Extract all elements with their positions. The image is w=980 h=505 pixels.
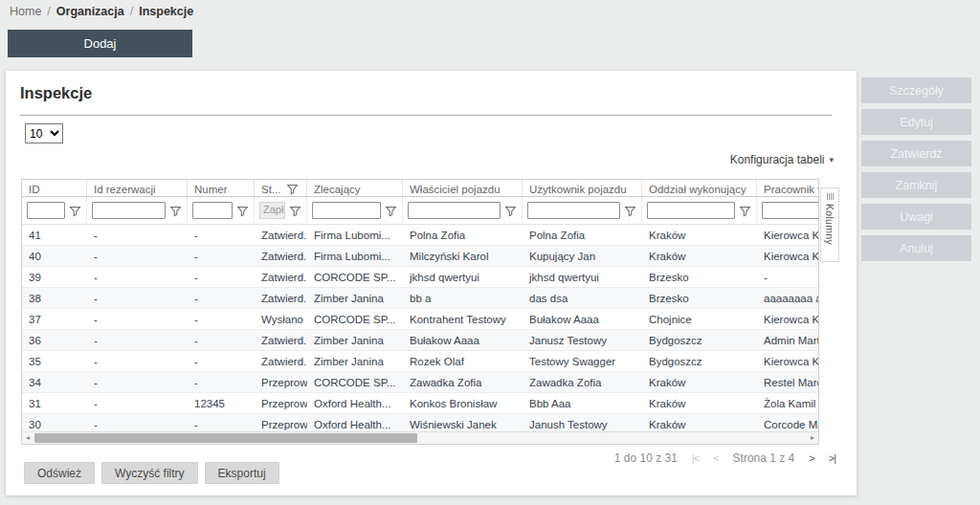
filter-input[interactable] xyxy=(92,202,166,219)
page-size-select[interactable]: 10 xyxy=(25,123,63,143)
table-row[interactable]: 35--Zatwierd...Zimber JaninaRozek OlafTe… xyxy=(22,351,818,372)
column-header[interactable]: Numer xyxy=(188,180,255,196)
column-header-label: St... xyxy=(261,184,280,195)
cancel-button[interactable]: Anuluj xyxy=(861,235,971,261)
breadcrumb-item[interactable]: Organizacja xyxy=(56,5,124,18)
filter-cell xyxy=(87,197,188,224)
column-header-label: Id rezerwacji xyxy=(94,184,156,195)
column-header[interactable]: Oddział wykonujący xyxy=(642,180,757,196)
table-cell: Kierowca Kam xyxy=(757,356,819,367)
table-cell: - xyxy=(87,356,188,367)
filter-input[interactable] xyxy=(647,202,735,219)
scroll-right-icon[interactable]: ▸ xyxy=(807,432,818,444)
table-cell: - xyxy=(188,377,255,388)
filter-input[interactable] xyxy=(762,202,819,219)
table-cell: 37 xyxy=(22,314,87,325)
scrollbar-thumb[interactable] xyxy=(34,433,417,443)
table-filter-row: Zapła xyxy=(22,197,818,225)
filter-funnel-icon[interactable] xyxy=(504,205,517,217)
column-header[interactable]: Id rezerwacji xyxy=(87,180,188,196)
pagination-prev-icon[interactable]: < xyxy=(713,452,718,464)
table-row[interactable]: 37--Wysłano ...CORCODE SP...Kontrahent T… xyxy=(22,309,818,330)
columns-tab[interactable]: Kolumny xyxy=(820,187,839,262)
table-cell: 34 xyxy=(22,377,87,388)
table-row[interactable]: 41--Zatwierd...Firma Lubomi...Polna Zofi… xyxy=(22,225,818,246)
notes-button[interactable]: Uwagi xyxy=(861,204,971,230)
column-header[interactable]: ID xyxy=(22,180,87,196)
table-cell: Zatwierd... xyxy=(255,335,307,346)
table-cell: - xyxy=(188,419,255,430)
table-cell: Wiśniewski Janek xyxy=(403,419,523,430)
refresh-button[interactable]: Odśwież xyxy=(24,462,95,484)
column-header[interactable]: Właściciel pojazdu xyxy=(403,180,523,196)
table-row[interactable]: 31-12345Przeprow...Oxford Health...Konko… xyxy=(22,393,818,414)
filter-funnel-icon[interactable] xyxy=(385,205,397,217)
table-cell: Polna Zofia xyxy=(523,230,642,241)
export-button[interactable]: Eksportuj xyxy=(205,462,279,484)
table-cell: Polna Zofia xyxy=(403,230,523,241)
table-cell: Przeprow... xyxy=(255,377,307,388)
inspections-table: IDId rezerwacjiNumerSt...ZlecającyWłaści… xyxy=(21,179,819,445)
pagination-last-icon[interactable]: >| xyxy=(829,452,835,464)
table-cell: Bydgoszcz xyxy=(642,356,757,367)
pagination-next-icon[interactable]: > xyxy=(809,452,813,464)
clear-filters-button[interactable]: Wyczyść filtry xyxy=(101,462,198,484)
filter-cell: Zapła xyxy=(255,197,307,224)
column-header[interactable]: St... xyxy=(255,180,307,196)
table-cell: jkhsd qwertyui xyxy=(403,272,523,283)
column-header[interactable]: Zlecający xyxy=(307,180,403,196)
close-button[interactable]: Zamknij xyxy=(861,172,971,198)
approve-button[interactable]: Zatwierdź xyxy=(861,141,971,166)
filter-active-icon[interactable] xyxy=(286,183,299,195)
table-cell: Zatwierd... xyxy=(255,356,307,367)
table-config-button[interactable]: Konfiguracja tabeli ▾ xyxy=(730,153,834,166)
filter-funnel-icon[interactable] xyxy=(624,205,636,217)
table-row[interactable]: 39--Zatwierd...CORCODE SP...jkhsd qwerty… xyxy=(22,267,818,288)
table-row[interactable]: 36--Zatwierd...Zimber JaninaBułakow Aaaa… xyxy=(22,330,818,351)
add-button[interactable]: Dodaj xyxy=(8,30,192,57)
table-cell: 36 xyxy=(22,335,87,346)
table-cell: aaaaaaaa aaa xyxy=(757,293,819,304)
filter-funnel-icon[interactable] xyxy=(739,205,751,217)
pagination-first-icon[interactable]: |< xyxy=(692,452,699,464)
filter-input[interactable] xyxy=(527,202,620,219)
filter-input[interactable] xyxy=(312,202,381,219)
breadcrumb-item[interactable]: Inspekcje xyxy=(139,5,193,18)
table-cell: Janusz Testowy xyxy=(523,335,642,346)
table-cell: bb a xyxy=(403,293,523,304)
filter-input[interactable] xyxy=(192,202,233,219)
table-header-row: IDId rezerwacjiNumerSt...ZlecającyWłaści… xyxy=(22,180,818,197)
table-cell: jkhsd qwertyui xyxy=(523,272,642,283)
table-cell: Zimber Janina xyxy=(307,293,403,304)
table-cell: - xyxy=(188,251,255,262)
table-cell: Kontrahent Testowy xyxy=(403,314,523,325)
table-cell: Oxford Health... xyxy=(307,419,403,430)
filter-funnel-icon[interactable] xyxy=(169,205,182,217)
table-cell: Konkos Bronisław xyxy=(403,398,523,409)
column-header[interactable]: Pracownik wy xyxy=(757,180,819,196)
edit-button[interactable]: Edytuj xyxy=(861,109,971,135)
table-cell: Kupujący Jan xyxy=(523,251,642,262)
scroll-left-icon[interactable]: ◂ xyxy=(22,432,33,444)
filter-funnel-icon[interactable] xyxy=(289,205,301,217)
h-scrollbar[interactable]: ◂ ▸ xyxy=(22,431,818,444)
column-header[interactable]: Użytkownik pojazdu xyxy=(523,180,642,196)
table-row[interactable]: 40--Zatwierd...Firma Lubomi...Milczyński… xyxy=(22,246,818,267)
table-cell: 40 xyxy=(22,251,87,262)
status-filter-select[interactable]: Zapła xyxy=(259,202,285,219)
table-cell: Bydgoszcz xyxy=(642,335,757,346)
breadcrumb-item[interactable]: Home xyxy=(10,5,41,18)
table-cell: Żola Kamil xyxy=(757,398,819,409)
table-cell: Zatwierd... xyxy=(255,230,307,241)
table-cell: Corcode Mar xyxy=(757,419,819,430)
table-cell: - xyxy=(188,272,255,283)
filter-input[interactable] xyxy=(27,202,65,219)
table-row[interactable]: 34--Przeprow...CORCODE SP...Zawadka Zofi… xyxy=(22,372,818,393)
breadcrumb: Home/Organizacja/Inspekcje xyxy=(10,5,193,18)
table-row[interactable]: 38--Zatwierd...Zimber Janinabb adas dsaB… xyxy=(22,288,818,309)
table-cell: - xyxy=(87,251,188,262)
details-button[interactable]: Szczegóły xyxy=(861,77,971,103)
filter-funnel-icon[interactable] xyxy=(236,205,249,217)
filter-funnel-icon[interactable] xyxy=(69,205,81,217)
filter-input[interactable] xyxy=(408,202,501,219)
